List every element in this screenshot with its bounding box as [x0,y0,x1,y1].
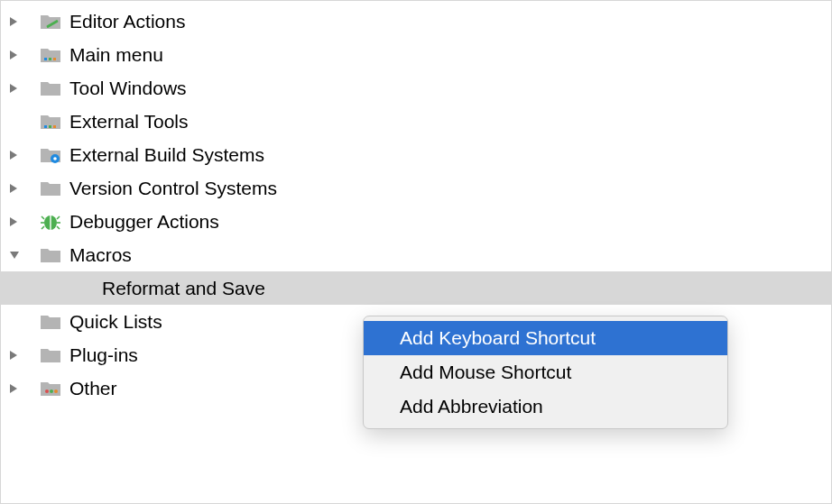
folder-bars-icon [39,112,62,132]
tree-row[interactable]: Debugger Actions [1,205,831,238]
menu-item-label: Add Mouse Shortcut [400,362,571,383]
folder-icon [39,312,62,332]
tree-item-label: External Build Systems [69,144,264,166]
tree-row[interactable]: Version Control Systems [1,171,831,205]
disclosure-triangle[interactable] [10,151,26,160]
tree-item-label: Macros [69,244,132,266]
folder-tools-icon [39,45,62,65]
context-menu: Add Keyboard ShortcutAdd Mouse ShortcutA… [363,316,728,429]
folder-icon [39,245,62,265]
disclosure-triangle[interactable] [10,17,26,26]
disclosure-triangle[interactable] [10,384,26,393]
menu-item-label: Add Abbreviation [400,396,543,417]
tree-row[interactable]: Editor Actions [1,5,831,38]
tree-row[interactable]: Main menu [1,38,831,71]
tree-item-label: Reformat and Save [102,278,265,299]
menu-item-label: Add Keyboard Shortcut [400,327,596,349]
tree-row[interactable]: Reformat and Save [1,271,831,305]
tree-item-label: Editor Actions [69,11,185,32]
tree-item-label: Debugger Actions [69,211,219,233]
disclosure-triangle[interactable] [10,217,26,226]
folder-dots-icon [39,379,62,399]
context-menu-item[interactable]: Add Mouse Shortcut [364,355,727,389]
tree-item-label: Other [69,378,117,399]
context-menu-item[interactable]: Add Abbreviation [364,389,727,424]
disclosure-triangle[interactable] [10,351,26,360]
folder-icon [39,78,62,98]
tree-row[interactable]: Macros [1,238,831,271]
tree-item-label: Plug-ins [69,344,138,366]
folder-icon [39,179,62,198]
tree-row[interactable]: Tool Windows [1,71,831,105]
disclosure-triangle[interactable] [10,50,26,60]
tree-item-label: Main menu [69,44,163,66]
tree-item-label: External Tools [69,111,189,133]
tree-item-label: Tool Windows [69,78,187,99]
disclosure-triangle[interactable] [10,84,26,93]
folder-gear-icon [39,145,62,165]
tree-row[interactable]: External Build Systems [1,138,831,171]
tree-item-label: Quick Lists [69,311,162,333]
folder-pencil-icon [39,12,62,32]
tree-row[interactable]: External Tools [1,105,831,138]
disclosure-triangle[interactable] [10,184,26,193]
bug-icon [39,212,62,232]
tree-item-label: Version Control Systems [69,178,277,199]
folder-icon [39,345,62,365]
context-menu-item[interactable]: Add Keyboard Shortcut [364,321,727,355]
disclosure-triangle[interactable] [10,252,26,259]
